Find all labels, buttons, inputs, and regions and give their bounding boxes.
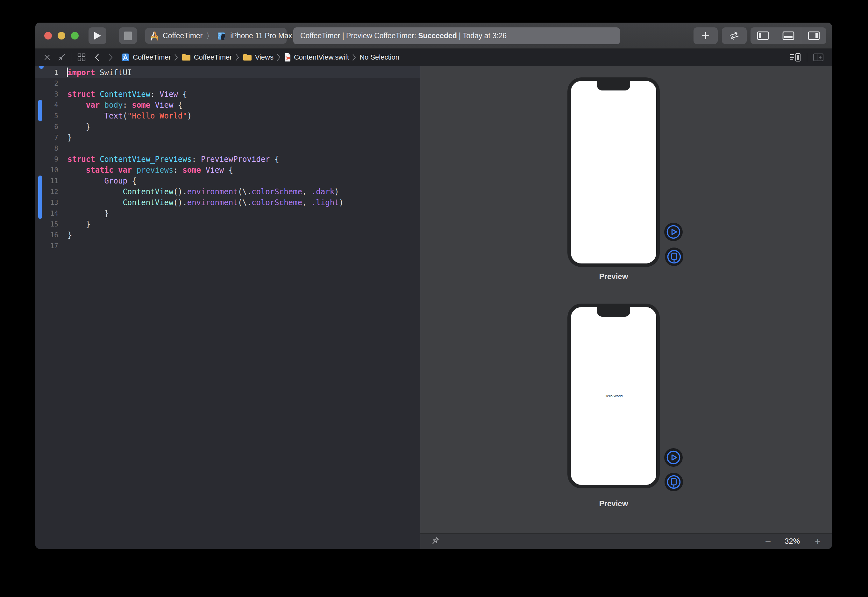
source-editor[interactable]: 1import SwiftUI23struct ContentView: Vie… bbox=[36, 66, 420, 549]
preview-device-screen[interactable] bbox=[571, 81, 656, 263]
code-text: ContentView().environment(\.colorScheme,… bbox=[68, 186, 339, 197]
breadcrumb-item[interactable]: No Selection bbox=[360, 53, 399, 61]
go-back-button[interactable] bbox=[94, 53, 99, 61]
stop-button[interactable] bbox=[119, 27, 137, 44]
add-editor-icon bbox=[813, 53, 824, 62]
line-number: 17 bbox=[36, 242, 58, 250]
shrink-editor-button[interactable] bbox=[58, 53, 66, 61]
close-window-button[interactable] bbox=[44, 32, 52, 40]
code-line[interactable]: 14 } bbox=[36, 208, 420, 219]
breadcrumb-chevron-icon bbox=[352, 53, 356, 61]
toggle-navigator-button[interactable] bbox=[751, 27, 776, 44]
code-line[interactable]: 6 } bbox=[36, 121, 420, 132]
activity-status-bar[interactable]: CoffeeTimer | Preview CoffeeTimer: Succe… bbox=[293, 27, 620, 44]
zoom-in-button[interactable]: + bbox=[811, 534, 824, 549]
add-editor-button[interactable] bbox=[813, 53, 824, 62]
scheme-project-label: CoffeeTimer bbox=[163, 31, 203, 40]
line-number: 16 bbox=[36, 231, 58, 239]
code-text: } bbox=[68, 121, 90, 132]
code-text: } bbox=[68, 208, 109, 219]
status-result: Succeeded bbox=[418, 31, 456, 40]
xcode-window: CoffeeTimer 〉 iPhone 11 Pro Max CoffeeTi… bbox=[36, 22, 832, 549]
breadcrumb-chevron-icon bbox=[174, 53, 178, 61]
line-number: 5 bbox=[36, 112, 58, 120]
breadcrumb-label: ContentView.swift bbox=[294, 53, 349, 61]
code-line[interactable]: 8 bbox=[36, 143, 420, 154]
swap-arrows-icon bbox=[729, 31, 740, 41]
code-text: import SwiftUI bbox=[68, 67, 132, 78]
line-number: 7 bbox=[36, 134, 58, 141]
breadcrumb-item[interactable]: CoffeeTimer bbox=[182, 53, 232, 61]
code-text: } bbox=[68, 230, 72, 241]
jumpbar-divider bbox=[72, 53, 72, 62]
library-button[interactable] bbox=[693, 27, 718, 44]
line-number: 6 bbox=[36, 123, 58, 131]
preview-label: Preview bbox=[567, 499, 660, 508]
code-text: struct ContentView_Previews: PreviewProv… bbox=[68, 154, 279, 165]
live-preview-button[interactable] bbox=[664, 223, 683, 241]
titlebar: CoffeeTimer 〉 iPhone 11 Pro Max CoffeeTi… bbox=[36, 22, 832, 49]
breadcrumb-chevron-icon bbox=[235, 53, 240, 61]
live-preview-button[interactable] bbox=[664, 448, 683, 467]
code-line[interactable]: 12 ContentView().environment(\.colorSche… bbox=[36, 186, 420, 197]
breadcrumb-label: No Selection bbox=[360, 53, 399, 61]
code-line[interactable]: 10 static var previews: some View { bbox=[36, 165, 420, 175]
code-area[interactable]: 1import SwiftUI23struct ContentView: Vie… bbox=[36, 67, 420, 251]
code-line[interactable]: 7} bbox=[36, 132, 420, 143]
jump-bar: CoffeeTimerCoffeeTimerViewsContentView.s… bbox=[36, 49, 832, 66]
code-line[interactable]: 1import SwiftUI bbox=[36, 67, 420, 78]
code-line[interactable]: 5 Text("Hello World") bbox=[36, 111, 420, 121]
code-text: Text("Hello World") bbox=[68, 111, 192, 121]
inspector-panel-icon bbox=[808, 31, 820, 40]
go-forward-button[interactable] bbox=[108, 53, 113, 61]
code-line[interactable]: 2 bbox=[36, 78, 420, 89]
code-line[interactable]: 4 var body: some View { bbox=[36, 100, 420, 111]
breadcrumb-item[interactable]: ContentView.swift bbox=[284, 53, 349, 62]
toggle-debug-area-button[interactable] bbox=[776, 27, 801, 44]
close-editor-button[interactable] bbox=[44, 54, 50, 61]
breadcrumb-item[interactable]: Views bbox=[243, 53, 274, 61]
line-number: 9 bbox=[36, 156, 58, 163]
navigator-panel-icon bbox=[757, 31, 769, 40]
chevron-right-icon bbox=[108, 53, 113, 61]
zoom-level-label: 32% bbox=[776, 534, 808, 549]
code-line[interactable]: 16} bbox=[36, 230, 420, 241]
preview-on-device-button[interactable] bbox=[665, 248, 683, 266]
jumpbar-divider bbox=[807, 53, 807, 62]
device-circle-icon bbox=[665, 473, 683, 491]
minimize-window-button[interactable] bbox=[58, 32, 65, 40]
pushpin-icon bbox=[429, 536, 441, 547]
line-number: 10 bbox=[36, 166, 58, 174]
code-line[interactable]: 17 bbox=[36, 241, 420, 251]
code-review-button[interactable] bbox=[722, 27, 747, 44]
related-items-button[interactable] bbox=[77, 53, 86, 62]
preview-device-frame: Hello World bbox=[567, 304, 660, 489]
text-cursor bbox=[67, 68, 68, 77]
scheme-app-icon bbox=[150, 31, 159, 41]
play-icon bbox=[93, 31, 102, 40]
breadcrumb-label: CoffeeTimer bbox=[194, 53, 232, 61]
code-line[interactable]: 9struct ContentView_Previews: PreviewPro… bbox=[36, 154, 420, 165]
code-line[interactable]: 3struct ContentView: View { bbox=[36, 89, 420, 100]
device-circle-icon bbox=[665, 248, 683, 266]
swift-file-icon bbox=[284, 53, 291, 62]
code-text: struct ContentView: View { bbox=[68, 89, 187, 100]
code-line[interactable]: 13 ContentView().environment(\.colorSche… bbox=[36, 197, 420, 208]
preview-on-device-button[interactable] bbox=[665, 473, 683, 491]
run-button[interactable] bbox=[89, 27, 107, 44]
code-line[interactable]: 11 Group { bbox=[36, 175, 420, 186]
toggle-inspector-button[interactable] bbox=[801, 27, 826, 44]
pin-preview-button[interactable] bbox=[429, 536, 441, 547]
code-text: } bbox=[68, 132, 72, 143]
zoom-window-button[interactable] bbox=[71, 32, 79, 40]
related-items-grid-icon bbox=[77, 53, 86, 62]
adjust-editor-options-button[interactable] bbox=[789, 53, 801, 62]
code-line[interactable]: 15 } bbox=[36, 219, 420, 230]
scheme-selector[interactable]: CoffeeTimer 〉 iPhone 11 Pro Max bbox=[145, 28, 287, 44]
preview-device-screen[interactable]: Hello World bbox=[571, 307, 656, 485]
line-number: 11 bbox=[36, 177, 58, 185]
zoom-out-button[interactable]: − bbox=[761, 534, 775, 549]
preview-device-frame bbox=[567, 77, 660, 267]
device-notch bbox=[597, 307, 630, 317]
breadcrumb-item[interactable]: CoffeeTimer bbox=[121, 53, 171, 62]
